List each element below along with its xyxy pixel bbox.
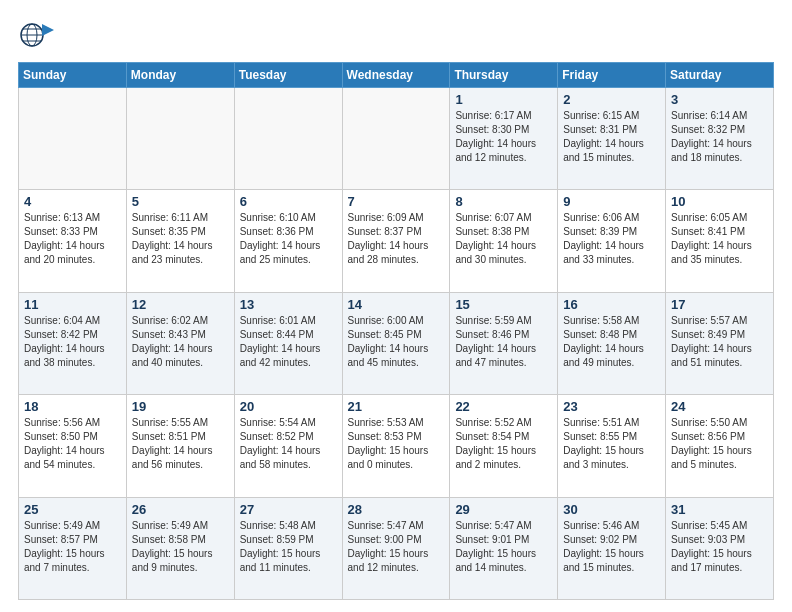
calendar-day-cell: 22Sunrise: 5:52 AM Sunset: 8:54 PM Dayli… xyxy=(450,395,558,497)
day-info: Sunrise: 6:04 AM Sunset: 8:42 PM Dayligh… xyxy=(24,314,121,370)
calendar-day-cell: 1Sunrise: 6:17 AM Sunset: 8:30 PM Daylig… xyxy=(450,88,558,190)
calendar-day-cell: 30Sunrise: 5:46 AM Sunset: 9:02 PM Dayli… xyxy=(558,497,666,599)
calendar-day-cell: 3Sunrise: 6:14 AM Sunset: 8:32 PM Daylig… xyxy=(666,88,774,190)
day-number: 9 xyxy=(563,194,660,209)
day-number: 10 xyxy=(671,194,768,209)
day-number: 22 xyxy=(455,399,552,414)
calendar-day-cell: 11Sunrise: 6:04 AM Sunset: 8:42 PM Dayli… xyxy=(19,292,127,394)
day-number: 3 xyxy=(671,92,768,107)
calendar-day-cell: 9Sunrise: 6:06 AM Sunset: 8:39 PM Daylig… xyxy=(558,190,666,292)
day-info: Sunrise: 5:51 AM Sunset: 8:55 PM Dayligh… xyxy=(563,416,660,472)
day-number: 17 xyxy=(671,297,768,312)
calendar-day-cell: 28Sunrise: 5:47 AM Sunset: 9:00 PM Dayli… xyxy=(342,497,450,599)
day-info: Sunrise: 5:55 AM Sunset: 8:51 PM Dayligh… xyxy=(132,416,229,472)
day-number: 29 xyxy=(455,502,552,517)
day-number: 19 xyxy=(132,399,229,414)
day-info: Sunrise: 5:59 AM Sunset: 8:46 PM Dayligh… xyxy=(455,314,552,370)
calendar-day-cell: 13Sunrise: 6:01 AM Sunset: 8:44 PM Dayli… xyxy=(234,292,342,394)
day-number: 30 xyxy=(563,502,660,517)
calendar-day-cell: 20Sunrise: 5:54 AM Sunset: 8:52 PM Dayli… xyxy=(234,395,342,497)
day-info: Sunrise: 5:53 AM Sunset: 8:53 PM Dayligh… xyxy=(348,416,445,472)
calendar-day-cell: 16Sunrise: 5:58 AM Sunset: 8:48 PM Dayli… xyxy=(558,292,666,394)
day-info: Sunrise: 6:01 AM Sunset: 8:44 PM Dayligh… xyxy=(240,314,337,370)
calendar-day-cell: 10Sunrise: 6:05 AM Sunset: 8:41 PM Dayli… xyxy=(666,190,774,292)
day-number: 26 xyxy=(132,502,229,517)
day-number: 23 xyxy=(563,399,660,414)
calendar-day-cell: 21Sunrise: 5:53 AM Sunset: 8:53 PM Dayli… xyxy=(342,395,450,497)
day-number: 11 xyxy=(24,297,121,312)
day-number: 16 xyxy=(563,297,660,312)
day-info: Sunrise: 6:10 AM Sunset: 8:36 PM Dayligh… xyxy=(240,211,337,267)
day-number: 12 xyxy=(132,297,229,312)
day-info: Sunrise: 5:58 AM Sunset: 8:48 PM Dayligh… xyxy=(563,314,660,370)
day-info: Sunrise: 5:45 AM Sunset: 9:03 PM Dayligh… xyxy=(671,519,768,575)
logo-icon xyxy=(18,16,56,54)
day-info: Sunrise: 6:02 AM Sunset: 8:43 PM Dayligh… xyxy=(132,314,229,370)
header xyxy=(18,16,774,54)
day-number: 15 xyxy=(455,297,552,312)
calendar-day-cell: 8Sunrise: 6:07 AM Sunset: 8:38 PM Daylig… xyxy=(450,190,558,292)
day-number: 6 xyxy=(240,194,337,209)
calendar-day-cell: 14Sunrise: 6:00 AM Sunset: 8:45 PM Dayli… xyxy=(342,292,450,394)
calendar-day-cell: 18Sunrise: 5:56 AM Sunset: 8:50 PM Dayli… xyxy=(19,395,127,497)
day-info: Sunrise: 6:09 AM Sunset: 8:37 PM Dayligh… xyxy=(348,211,445,267)
calendar-day-cell: 25Sunrise: 5:49 AM Sunset: 8:57 PM Dayli… xyxy=(19,497,127,599)
calendar-day-cell: 26Sunrise: 5:49 AM Sunset: 8:58 PM Dayli… xyxy=(126,497,234,599)
day-info: Sunrise: 5:47 AM Sunset: 9:00 PM Dayligh… xyxy=(348,519,445,575)
weekday-header: Friday xyxy=(558,63,666,88)
day-number: 31 xyxy=(671,502,768,517)
calendar-day-cell: 24Sunrise: 5:50 AM Sunset: 8:56 PM Dayli… xyxy=(666,395,774,497)
logo xyxy=(18,16,60,54)
day-number: 2 xyxy=(563,92,660,107)
weekday-header: Wednesday xyxy=(342,63,450,88)
day-info: Sunrise: 6:05 AM Sunset: 8:41 PM Dayligh… xyxy=(671,211,768,267)
day-info: Sunrise: 5:54 AM Sunset: 8:52 PM Dayligh… xyxy=(240,416,337,472)
day-number: 21 xyxy=(348,399,445,414)
calendar-day-cell xyxy=(342,88,450,190)
day-number: 20 xyxy=(240,399,337,414)
day-info: Sunrise: 5:52 AM Sunset: 8:54 PM Dayligh… xyxy=(455,416,552,472)
day-number: 1 xyxy=(455,92,552,107)
calendar-day-cell: 2Sunrise: 6:15 AM Sunset: 8:31 PM Daylig… xyxy=(558,88,666,190)
day-info: Sunrise: 5:46 AM Sunset: 9:02 PM Dayligh… xyxy=(563,519,660,575)
day-info: Sunrise: 5:49 AM Sunset: 8:58 PM Dayligh… xyxy=(132,519,229,575)
day-info: Sunrise: 5:49 AM Sunset: 8:57 PM Dayligh… xyxy=(24,519,121,575)
calendar-day-cell xyxy=(19,88,127,190)
day-number: 18 xyxy=(24,399,121,414)
day-info: Sunrise: 6:07 AM Sunset: 8:38 PM Dayligh… xyxy=(455,211,552,267)
calendar-day-cell xyxy=(234,88,342,190)
calendar-day-cell: 12Sunrise: 6:02 AM Sunset: 8:43 PM Dayli… xyxy=(126,292,234,394)
calendar-day-cell: 17Sunrise: 5:57 AM Sunset: 8:49 PM Dayli… xyxy=(666,292,774,394)
calendar-week-row: 1Sunrise: 6:17 AM Sunset: 8:30 PM Daylig… xyxy=(19,88,774,190)
day-info: Sunrise: 6:11 AM Sunset: 8:35 PM Dayligh… xyxy=(132,211,229,267)
calendar-day-cell: 6Sunrise: 6:10 AM Sunset: 8:36 PM Daylig… xyxy=(234,190,342,292)
day-info: Sunrise: 5:48 AM Sunset: 8:59 PM Dayligh… xyxy=(240,519,337,575)
weekday-header: Sunday xyxy=(19,63,127,88)
calendar-day-cell: 4Sunrise: 6:13 AM Sunset: 8:33 PM Daylig… xyxy=(19,190,127,292)
day-info: Sunrise: 6:15 AM Sunset: 8:31 PM Dayligh… xyxy=(563,109,660,165)
day-number: 7 xyxy=(348,194,445,209)
day-number: 24 xyxy=(671,399,768,414)
calendar-day-cell: 7Sunrise: 6:09 AM Sunset: 8:37 PM Daylig… xyxy=(342,190,450,292)
day-number: 25 xyxy=(24,502,121,517)
calendar-week-row: 25Sunrise: 5:49 AM Sunset: 8:57 PM Dayli… xyxy=(19,497,774,599)
weekday-header: Thursday xyxy=(450,63,558,88)
calendar-table: SundayMondayTuesdayWednesdayThursdayFrid… xyxy=(18,62,774,600)
day-number: 5 xyxy=(132,194,229,209)
weekday-header: Monday xyxy=(126,63,234,88)
day-info: Sunrise: 5:57 AM Sunset: 8:49 PM Dayligh… xyxy=(671,314,768,370)
calendar-day-cell: 19Sunrise: 5:55 AM Sunset: 8:51 PM Dayli… xyxy=(126,395,234,497)
day-info: Sunrise: 5:50 AM Sunset: 8:56 PM Dayligh… xyxy=(671,416,768,472)
calendar-day-cell: 23Sunrise: 5:51 AM Sunset: 8:55 PM Dayli… xyxy=(558,395,666,497)
day-info: Sunrise: 6:06 AM Sunset: 8:39 PM Dayligh… xyxy=(563,211,660,267)
day-info: Sunrise: 6:13 AM Sunset: 8:33 PM Dayligh… xyxy=(24,211,121,267)
weekday-header: Saturday xyxy=(666,63,774,88)
calendar-day-cell: 31Sunrise: 5:45 AM Sunset: 9:03 PM Dayli… xyxy=(666,497,774,599)
calendar-day-cell: 5Sunrise: 6:11 AM Sunset: 8:35 PM Daylig… xyxy=(126,190,234,292)
day-number: 27 xyxy=(240,502,337,517)
weekday-header: Tuesday xyxy=(234,63,342,88)
day-number: 14 xyxy=(348,297,445,312)
day-info: Sunrise: 5:56 AM Sunset: 8:50 PM Dayligh… xyxy=(24,416,121,472)
calendar-day-cell: 27Sunrise: 5:48 AM Sunset: 8:59 PM Dayli… xyxy=(234,497,342,599)
day-info: Sunrise: 6:14 AM Sunset: 8:32 PM Dayligh… xyxy=(671,109,768,165)
